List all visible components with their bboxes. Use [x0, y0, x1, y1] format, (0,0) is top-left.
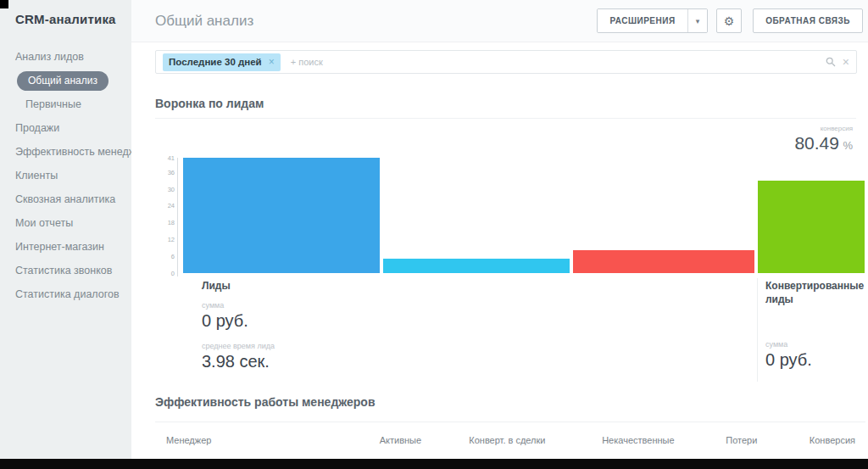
sidebar-item-label: Первичные — [25, 98, 81, 110]
chart-axis-line — [177, 158, 178, 276]
page-header: Общий анализ РАСШИРЕНИЯ ▾ ⚙ ОБРАТНАЯ СВЯ… — [131, 0, 868, 42]
sidebar-item-label: Анализ лидов — [15, 51, 84, 63]
bottom-black-bar — [0, 459, 868, 469]
sidebar-item[interactable]: Статистика звонков — [0, 259, 131, 282]
sidebar-item-label: Статистика звонков — [15, 265, 112, 276]
clear-filter-icon[interactable]: × — [843, 56, 849, 68]
managers-column-header: Менеджер — [166, 435, 359, 445]
sidebar-item-label: Интернет-магазин — [15, 241, 104, 253]
sidebar-item[interactable]: Продажи — [0, 116, 131, 140]
filter-tag[interactable]: Последние 30 дней × — [163, 53, 281, 71]
y-axis-tick-label: 12 — [168, 236, 175, 243]
sidebar-item-label: Общий анализ — [17, 71, 108, 91]
y-axis-tick-label: 36 — [168, 168, 175, 176]
y-axis-tick-label: 24 — [168, 202, 175, 209]
gear-icon: ⚙ — [724, 14, 735, 28]
filter-tag-label: Последние 30 дней — [169, 57, 262, 67]
conversion-unit: % — [843, 139, 853, 152]
converted-sum-value: 0 руб. — [765, 350, 865, 370]
filter-tag-remove-icon[interactable]: × — [269, 56, 275, 68]
sidebar-item[interactable]: Клиенты — [0, 164, 131, 187]
funnel-bar[interactable] — [758, 181, 865, 273]
main-content: Общий анализ РАСШИРЕНИЯ ▾ ⚙ ОБРАТНАЯ СВЯ… — [131, 0, 868, 459]
funnel-section-title: Воронка по лидам — [155, 97, 264, 110]
sidebar-item-label: Мои отчеты — [15, 217, 73, 229]
conversion-block: конверсия 80.49 % — [794, 125, 853, 154]
sidebar-item[interactable]: Эффективность менедж... — [0, 140, 131, 164]
sidebar-item[interactable]: Анализ лидов — [0, 45, 131, 69]
managers-section-title: Эффективность работы менеджеров — [155, 395, 376, 409]
funnel-bar[interactable] — [383, 259, 570, 273]
managers-column-header: Конверсия — [780, 435, 855, 445]
divider — [757, 278, 758, 382]
managers-column-header: Активные — [359, 435, 442, 445]
managers-column-header: Некачественные — [573, 435, 704, 445]
managers-table-header: МенеджерАктивныеКонверт. в сделкиНекачес… — [155, 428, 865, 452]
header-actions: РАСШИРЕНИЯ ▾ ⚙ ОБРАТНАЯ СВЯЗЬ — [597, 8, 863, 33]
sidebar-item[interactable]: Интернет-магазин — [0, 235, 131, 259]
funnel-chart: 06121824303641 — [162, 158, 868, 273]
leads-sum-value: 0 руб. — [202, 311, 275, 331]
page-title: Общий анализ — [155, 13, 253, 30]
extensions-split-button: РАСШИРЕНИЯ ▾ — [597, 8, 708, 33]
conversion-value: 80.49 — [794, 133, 839, 153]
divider — [155, 118, 856, 119]
y-axis-tick-label: 6 — [171, 253, 175, 260]
sidebar-item-label: Сквозная аналитика — [15, 193, 115, 205]
sidebar-item[interactable]: Статистика диалогов — [0, 282, 131, 306]
sidebar-nav: Анализ лидовОбщий анализПервичныеПродажи… — [0, 45, 131, 306]
funnel-bar[interactable] — [183, 158, 380, 273]
converted-sum-label: сумма — [765, 340, 865, 349]
sidebar-item-label: Статистика диалогов — [15, 288, 120, 300]
sidebar-item[interactable]: Мои отчеты — [0, 211, 131, 235]
settings-button[interactable]: ⚙ — [716, 8, 742, 33]
chart-y-axis: 06121824303641 — [162, 158, 177, 273]
search-icon[interactable] — [826, 57, 836, 67]
filter-icons: × — [826, 56, 849, 68]
managers-column-header: Потери — [704, 435, 779, 445]
conversion-label: конверсия — [794, 125, 853, 132]
search-input[interactable]: + поиск — [291, 57, 826, 67]
managers-column-header: Конверт. в сделки — [442, 435, 572, 445]
sidebar-item-label: Продажи — [15, 122, 59, 134]
converted-stats-block: Конвертированные лиды сумма 0 руб. — [765, 280, 865, 381]
sidebar-title: CRM-аналитика — [0, 12, 131, 26]
y-axis-tick-label: 30 — [168, 185, 175, 193]
converted-stats-title: Конвертированные лиды — [765, 280, 865, 306]
chart-bars — [183, 158, 868, 273]
extensions-button[interactable]: РАСШИРЕНИЯ — [598, 9, 687, 32]
funnel-bar[interactable] — [573, 250, 754, 273]
leads-sum-label: сумма — [202, 301, 275, 310]
sidebar-item-label: Клиенты — [15, 170, 58, 181]
divider — [155, 422, 865, 422]
corner-black-square — [0, 0, 8, 8]
filter-bar[interactable]: Последние 30 дней × + поиск × — [155, 50, 857, 74]
sidebar-item-label: Эффективность менедж... — [15, 146, 144, 158]
sidebar-item[interactable]: Сквозная аналитика — [0, 187, 131, 211]
leads-stats-block: Лиды сумма 0 руб. среднее время лида 3.9… — [202, 280, 275, 382]
y-axis-tick-label: 41 — [168, 154, 175, 162]
leads-avg-label: среднее время лида — [202, 342, 275, 350]
feedback-button[interactable]: ОБРАТНАЯ СВЯЗЬ — [753, 8, 863, 33]
app-window: CRM-аналитика Анализ лидовОбщий анализПе… — [0, 0, 868, 469]
y-axis-tick-label: 18 — [168, 219, 175, 226]
sidebar-item[interactable]: Первичные — [0, 92, 131, 116]
leads-avg-value: 3.98 сек. — [202, 352, 275, 371]
chevron-down-icon[interactable]: ▾ — [687, 9, 708, 32]
sidebar-item[interactable]: Общий анализ — [0, 69, 131, 92]
y-axis-tick-label: 0 — [171, 270, 175, 277]
leads-stats-title: Лиды — [202, 280, 275, 293]
sidebar: CRM-аналитика Анализ лидовОбщий анализПе… — [0, 0, 131, 459]
